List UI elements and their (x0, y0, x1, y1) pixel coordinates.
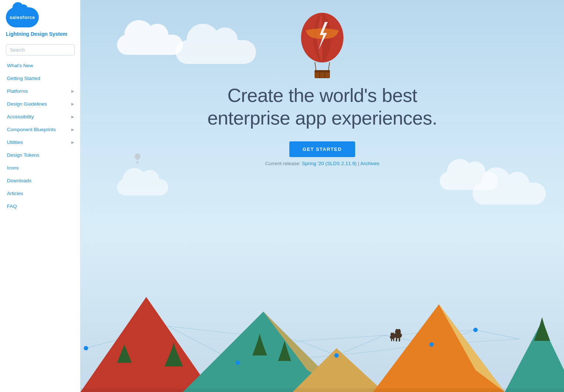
hero-section: Create the world's best enterprise app e… (194, 84, 450, 157)
sidebar-item-design-guidelines[interactable]: Design Guidelines▶ (0, 98, 80, 110)
svg-point-51 (84, 346, 88, 350)
svg-point-41 (399, 329, 401, 331)
sidebar-item-utilities[interactable]: Utilities▶ (0, 136, 80, 149)
logo-text: salesforce (10, 15, 35, 20)
svg-rect-43 (399, 338, 400, 342)
svg-rect-49 (393, 339, 394, 341)
svg-line-18 (300, 335, 384, 341)
svg-marker-33 (373, 304, 505, 392)
svg-point-46 (391, 332, 392, 334)
cloud-1 (117, 35, 183, 55)
svg-rect-48 (391, 339, 392, 341)
sidebar-item-icons[interactable]: Icons (0, 161, 80, 174)
sidebar-nav: What's NewGetting StartedPlatforms▶Desig… (0, 59, 80, 213)
chevron-right-icon: ▶ (71, 128, 74, 132)
sidebar-item-platforms[interactable]: Platforms▶ (0, 85, 80, 98)
svg-marker-37 (537, 317, 547, 335)
cloud-2 (176, 40, 256, 64)
sidebar-item-articles[interactable]: Articles (0, 187, 80, 200)
balloon (298, 7, 346, 81)
cloud-5 (117, 179, 168, 195)
search-box-wrap (6, 44, 75, 56)
svg-point-40 (396, 329, 398, 331)
svg-point-55 (473, 328, 478, 332)
svg-line-2 (315, 62, 316, 71)
chevron-right-icon: ▶ (71, 102, 74, 106)
svg-line-12 (336, 335, 384, 355)
svg-line-15 (475, 330, 519, 339)
svg-rect-5 (315, 70, 330, 72)
svg-rect-42 (396, 338, 397, 342)
sidebar-item-component-blueprints[interactable]: Component Blueprints▶ (0, 123, 80, 136)
release-info: Current release: Spring '20 (SLDS 2.11.9… (265, 161, 379, 166)
sidebar-item-downloads[interactable]: Downloads (0, 174, 80, 187)
logo-area: salesforce Lightning Design System (0, 0, 73, 41)
release-prefix: Current release: (265, 161, 302, 166)
release-link[interactable]: Spring '20 (SLDS 2.11.9) (302, 161, 357, 166)
svg-rect-50 (80, 388, 564, 392)
hero-heading: Create the world's best enterprise app e… (194, 84, 450, 130)
get-started-button[interactable]: GET STARTED (289, 141, 355, 157)
svg-line-3 (328, 62, 330, 71)
sidebar-title: Lightning Design System (6, 31, 67, 37)
salesforce-logo[interactable]: salesforce (6, 7, 39, 27)
chevron-right-icon: ▶ (71, 89, 74, 93)
search-input[interactable] (6, 44, 75, 56)
svg-line-11 (300, 341, 336, 355)
landscape-illustration (80, 268, 564, 392)
sidebar-item-accessibility[interactable]: Accessibility▶ (0, 110, 80, 123)
chevron-right-icon: ▶ (71, 115, 74, 119)
sidebar-item-faq[interactable]: FAQ (0, 200, 80, 213)
sidebar-item-getting-started[interactable]: Getting Started (0, 72, 80, 85)
chevron-right-icon: ▶ (71, 140, 74, 144)
sidebar-item-whats-new[interactable]: What's New (0, 59, 80, 72)
sidebar: salesforce Lightning Design System What'… (0, 0, 80, 392)
cloud-4 (473, 183, 546, 205)
main-content: Create the world's best enterprise app e… (80, 0, 564, 392)
sidebar-item-design-tokens[interactable]: Design Tokens (0, 149, 80, 161)
svg-point-52 (236, 361, 240, 365)
release-separator: | (357, 161, 360, 166)
svg-point-53 (334, 353, 339, 358)
svg-marker-35 (505, 323, 564, 392)
archives-link[interactable]: Archives (360, 161, 379, 166)
svg-point-54 (429, 342, 434, 347)
map-pin (134, 153, 142, 164)
svg-point-47 (393, 332, 394, 334)
